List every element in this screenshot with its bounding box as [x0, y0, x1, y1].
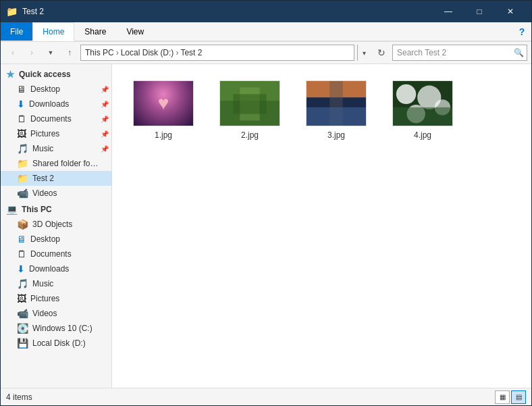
videos-pc-icon: 📹 — [17, 308, 28, 319]
back-button[interactable]: ‹ — [5, 45, 21, 61]
file-thumbnail-2 — [219, 80, 280, 126]
file-name-1: 1.jpg — [155, 130, 172, 140]
windows10-icon: 💽 — [17, 323, 28, 334]
pictures-pc-icon: 🖼 — [17, 293, 26, 304]
file-grid: 1.jpg 2.jpg — [112, 64, 531, 388]
this-pc-label: This PC — [22, 205, 52, 214]
this-pc-section: 💻 This PC 📦 3D Objects 🖥 Desktop 🗒 Docum… — [1, 202, 111, 351]
title-controls: — □ ✕ — [433, 1, 526, 22]
ribbon: File Home Share View ? — [1, 22, 531, 42]
this-pc-icon: 💻 — [6, 204, 18, 215]
sidebar-item-shared-folder[interactable]: 📁 Shared folder fo… — [1, 156, 111, 171]
file-name-4: 4.jpg — [414, 130, 431, 140]
desktop-pc-icon: 🖥 — [17, 234, 26, 245]
sidebar-scroll: ★ Quick access 🖥 Desktop 📌 ⬇ Downloads 📌 — [1, 64, 111, 388]
sidebar-item-music-pc[interactable]: 🎵 Music — [1, 276, 111, 291]
svg-rect-7 — [307, 107, 366, 126]
pictures-icon: 🖼 — [17, 128, 26, 139]
sidebar-item-music-qa[interactable]: 🎵 Music 📌 — [1, 141, 111, 156]
videos-icon-qa: 📹 — [17, 188, 28, 199]
title-bar: 📁 Test 2 — □ ✕ — [1, 1, 531, 22]
address-bar: ‹ › ▼ ↑ This PC › Local Disk (D:) › Test… — [1, 42, 531, 64]
sidebar: ★ Quick access 🖥 Desktop 📌 ⬇ Downloads 📌 — [1, 64, 112, 388]
maximize-button[interactable]: □ — [464, 1, 495, 22]
large-icons-view-button[interactable]: ▦ — [495, 390, 510, 404]
search-box: 🔍 — [392, 45, 527, 61]
explorer-window: 📁 Test 2 — □ ✕ File Home Share View ? ‹ … — [0, 0, 532, 406]
content-area: 1.jpg 2.jpg — [112, 64, 531, 388]
sidebar-item-local-disk[interactable]: 💾 Local Disk (D:) — [1, 336, 111, 351]
shared-folder-icon: 📁 — [17, 158, 28, 169]
documents-pc-icon: 🗒 — [17, 249, 26, 259]
window-icon: 📁 — [6, 6, 17, 17]
tab-view[interactable]: View — [116, 22, 154, 41]
window-title: Test 2 — [22, 7, 433, 16]
refresh-button[interactable]: ↻ — [373, 45, 390, 61]
thumb3-svg — [307, 80, 366, 126]
forward-button[interactable]: › — [24, 45, 40, 61]
svg-point-9 — [396, 84, 416, 104]
music-pc-icon: 🎵 — [17, 278, 28, 289]
sidebar-item-desktop-qa[interactable]: 🖥 Desktop 📌 — [1, 82, 111, 97]
address-dropdown-button[interactable]: ▾ — [357, 45, 371, 61]
details-view-button[interactable]: ▤ — [511, 390, 526, 404]
sidebar-item-pictures-pc[interactable]: 🖼 Pictures — [1, 291, 111, 306]
file-item-2[interactable]: 2.jpg — [209, 75, 290, 145]
search-icon[interactable]: 🔍 — [510, 45, 527, 61]
quick-access-label: Quick access — [19, 70, 71, 79]
file-name-2: 2.jpg — [241, 130, 259, 140]
file-tab[interactable]: File — [1, 22, 32, 41]
3d-objects-icon: 📦 — [17, 219, 28, 230]
sidebar-item-pictures-qa[interactable]: 🖼 Pictures 📌 — [1, 126, 111, 141]
status-item-count: 4 items — [6, 392, 495, 402]
documents-icon: 🗒 — [17, 113, 26, 124]
file-thumbnail-1 — [133, 80, 194, 126]
downloads-icon: ⬇ — [17, 99, 25, 109]
sidebar-item-documents-qa[interactable]: 🗒 Documents 📌 — [1, 111, 111, 126]
sidebar-item-downloads-qa[interactable]: ⬇ Downloads 📌 — [1, 97, 111, 111]
tab-share[interactable]: Share — [74, 22, 116, 41]
path-this-pc: This PC — [85, 48, 114, 57]
svg-rect-13 — [393, 107, 452, 126]
music-icon: 🎵 — [17, 143, 28, 154]
sidebar-item-documents-pc[interactable]: 🗒 Documents — [1, 247, 111, 261]
title-bar-icons: 📁 — [6, 6, 17, 17]
sidebar-item-desktop-pc[interactable]: 🖥 Desktop — [1, 232, 111, 247]
file-thumbnail-3 — [306, 80, 367, 126]
svg-rect-3 — [234, 94, 267, 113]
up-button[interactable]: ↑ — [61, 45, 78, 61]
file-name-3: 3.jpg — [327, 130, 345, 140]
file-item-3[interactable]: 3.jpg — [296, 75, 377, 145]
quick-access-header[interactable]: ★ Quick access — [1, 67, 111, 82]
test2-icon: 📁 — [17, 173, 28, 184]
path-local-disk: Local Disk (D:) — [121, 48, 174, 57]
thumb4-svg — [393, 80, 452, 126]
sidebar-item-test2[interactable]: 📁 Test 2 — [1, 171, 111, 186]
status-bar: 4 items ▦ ▤ — [1, 388, 531, 405]
path-test2: Test 2 — [180, 48, 202, 57]
ribbon-tabs: File Home Share View ? — [1, 22, 531, 41]
local-disk-icon: 💾 — [17, 338, 28, 349]
sidebar-item-3d-objects[interactable]: 📦 3D Objects — [1, 217, 111, 232]
close-button[interactable]: ✕ — [495, 1, 526, 22]
sidebar-item-videos-pc[interactable]: 📹 Videos — [1, 306, 111, 321]
quick-access-section: ★ Quick access 🖥 Desktop 📌 ⬇ Downloads 📌 — [1, 67, 111, 201]
file-item-4[interactable]: 4.jpg — [382, 75, 463, 145]
quick-access-icon: ★ — [6, 69, 15, 80]
tab-home[interactable]: Home — [32, 22, 74, 41]
main-area: ★ Quick access 🖥 Desktop 📌 ⬇ Downloads 📌 — [1, 64, 531, 388]
this-pc-header[interactable]: 💻 This PC — [1, 202, 111, 217]
search-input[interactable] — [393, 48, 510, 57]
sidebar-item-downloads-pc[interactable]: ⬇ Downloads — [1, 261, 111, 276]
address-path[interactable]: This PC › Local Disk (D:) › Test 2 — [80, 45, 354, 61]
sidebar-item-videos-qa[interactable]: 📹 Videos — [1, 186, 111, 201]
help-button[interactable]: ? — [512, 22, 531, 41]
desktop-icon: 🖥 — [17, 84, 26, 95]
file-thumbnail-4 — [392, 80, 453, 126]
recent-locations-button[interactable]: ▼ — [43, 45, 59, 61]
downloads-pc-icon: ⬇ — [17, 263, 25, 274]
sidebar-item-windows10[interactable]: 💽 Windows 10 (C:) — [1, 321, 111, 336]
minimize-button[interactable]: — — [433, 1, 464, 22]
file-item-1[interactable]: 1.jpg — [123, 75, 204, 145]
view-buttons: ▦ ▤ — [495, 390, 526, 404]
